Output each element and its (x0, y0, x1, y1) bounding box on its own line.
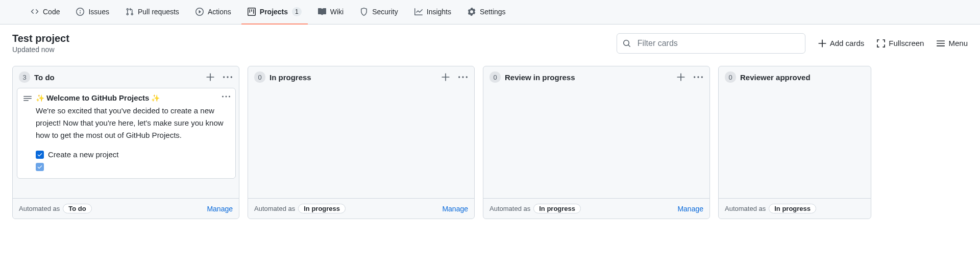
code-icon (31, 8, 39, 16)
nav-label: Wiki (330, 8, 344, 16)
filter-cards-input[interactable] (617, 33, 805, 54)
automation-text: Automated as (489, 205, 530, 212)
git-pull-request-icon (126, 8, 134, 16)
column-actions (440, 72, 468, 82)
column-reviewer-approved: 0 Reviewer approved Automated as In prog… (718, 66, 871, 219)
nav-insights[interactable]: Insights (408, 0, 457, 25)
nav-label: Projects (260, 8, 288, 16)
column-menu-icon[interactable] (223, 72, 233, 82)
book-icon (318, 8, 326, 16)
automation-pill: In progress (298, 204, 346, 213)
manage-link[interactable]: Manage (677, 205, 703, 213)
automation-text: Automated as (19, 205, 60, 212)
header-actions: Add cards Fullscreen Menu (617, 33, 968, 54)
automation-pill: To do (63, 204, 91, 213)
column-count: 0 (725, 71, 736, 83)
menu-button[interactable]: Menu (936, 39, 968, 48)
column-menu-icon[interactable] (458, 72, 468, 82)
card-menu-icon[interactable] (222, 92, 230, 102)
automation-label: Automated as In progress (489, 204, 581, 213)
issue-icon (76, 8, 84, 16)
check-item-label: Create a new project (48, 149, 118, 161)
column-header: 0 In progress (248, 66, 474, 88)
manage-link[interactable]: Manage (207, 205, 233, 213)
add-card-icon[interactable] (440, 72, 451, 82)
column-body[interactable] (719, 88, 871, 198)
column-footer: Automated as In progress Manage (483, 198, 709, 219)
menu-icon (936, 39, 945, 48)
column-title: Review in progress (505, 73, 676, 82)
column-actions (205, 72, 233, 82)
project-card[interactable]: ✨ Welcome to GitHub Projects ✨ We're so … (17, 88, 236, 179)
column-body[interactable]: ✨ Welcome to GitHub Projects ✨ We're so … (13, 88, 239, 198)
checkbox-checked-icon[interactable] (36, 151, 44, 159)
add-card-icon[interactable] (205, 72, 215, 82)
gear-icon (468, 8, 476, 16)
add-cards-button[interactable]: Add cards (818, 39, 865, 48)
column-menu-icon[interactable] (693, 72, 703, 82)
column-body[interactable] (248, 88, 474, 198)
note-icon (23, 94, 32, 103)
automation-text: Automated as (254, 205, 295, 212)
fullscreen-button[interactable]: Fullscreen (876, 39, 924, 48)
nav-wiki[interactable]: Wiki (312, 0, 350, 25)
project-board: 3 To do ✨ Welcome to GitHub Projects ✨ W… (0, 58, 980, 219)
checkbox-checked-icon[interactable] (36, 163, 44, 171)
card-title: Welcome to GitHub Projects (46, 93, 149, 102)
column-title: In progress (270, 73, 440, 82)
add-card-icon[interactable] (676, 72, 686, 82)
project-updated: Updated now (12, 45, 69, 54)
automation-label: Automated as To do (19, 204, 92, 213)
card-checklist: Create a new project (36, 149, 229, 171)
automation-label: Automated as In progress (254, 204, 346, 213)
column-body[interactable] (483, 88, 709, 198)
nav-settings[interactable]: Settings (461, 0, 512, 25)
nav-projects[interactable]: Projects 1 (241, 0, 308, 25)
nav-actions[interactable]: Actions (189, 0, 237, 25)
automation-label: Automated as In progress (725, 204, 816, 213)
nav-code[interactable]: Code (24, 0, 66, 25)
automation-pill: In progress (769, 204, 816, 213)
nav-pull-requests[interactable]: Pull requests (119, 0, 185, 25)
filter-wrap (617, 33, 805, 54)
column-header: 0 Review in progress (483, 66, 709, 88)
check-item: Create a new project (36, 149, 229, 161)
plus-icon (818, 39, 827, 48)
graph-icon (414, 8, 423, 16)
card-title-wrap: ✨ Welcome to GitHub Projects ✨ (36, 93, 160, 103)
check-item (36, 163, 229, 171)
project-title: Test project (12, 33, 69, 44)
search-icon (623, 39, 631, 47)
column-count: 0 (254, 71, 265, 83)
column-footer: Automated as In progress (719, 198, 871, 219)
manage-link[interactable]: Manage (442, 205, 468, 213)
project-title-block: Test project Updated now (12, 33, 69, 54)
column-header: 0 Reviewer approved (719, 66, 871, 88)
column-footer: Automated as To do Manage (13, 198, 239, 219)
nav-label: Actions (208, 8, 231, 16)
column-actions (676, 72, 703, 82)
add-cards-label: Add cards (830, 39, 865, 47)
nav-issues[interactable]: Issues (70, 0, 115, 25)
column-count: 0 (489, 71, 501, 83)
nav-security[interactable]: Security (354, 0, 404, 25)
fullscreen-label: Fullscreen (889, 39, 924, 47)
automation-pill: In progress (533, 204, 581, 213)
sparkle-icon: ✨ (151, 94, 160, 102)
nav-label: Security (372, 8, 398, 16)
project-icon (248, 8, 256, 16)
column-title: Reviewer approved (740, 73, 865, 82)
column-title: To do (34, 73, 205, 82)
card-head: ✨ Welcome to GitHub Projects ✨ (23, 93, 229, 103)
nav-label: Issues (88, 8, 109, 16)
nav-label: Insights (427, 8, 451, 16)
column-todo: 3 To do ✨ Welcome to GitHub Projects ✨ W… (12, 66, 239, 219)
column-header: 3 To do (13, 66, 239, 88)
column-review-in-progress: 0 Review in progress Automated as In pro… (483, 66, 710, 219)
play-icon (195, 8, 204, 16)
nav-counter: 1 (292, 7, 302, 16)
column-in-progress: 0 In progress Automated as In progress M… (248, 66, 475, 219)
card-body: We're so excited that you've decided to … (36, 105, 229, 141)
column-footer: Automated as In progress Manage (248, 198, 474, 219)
fullscreen-icon (876, 39, 886, 48)
